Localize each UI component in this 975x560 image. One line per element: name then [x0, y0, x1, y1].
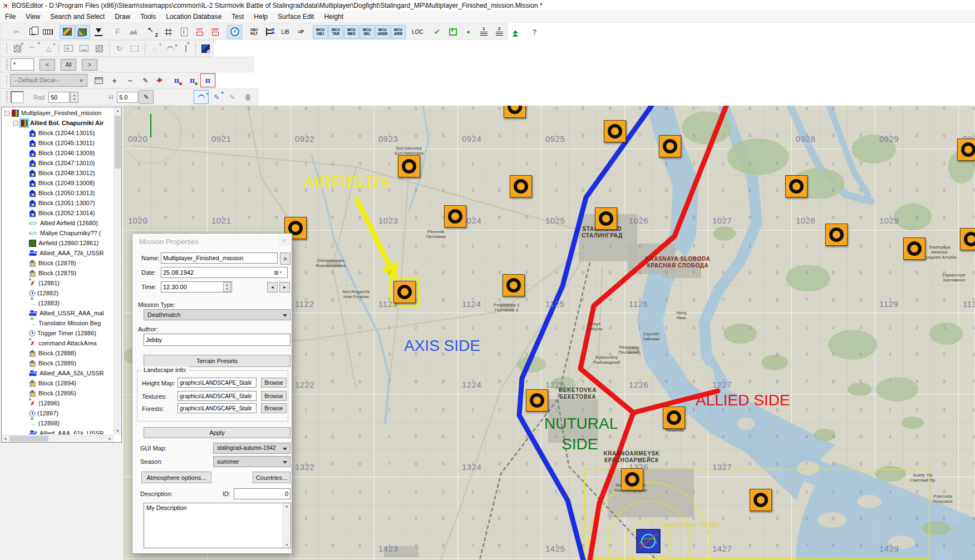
landscape-edit-icon[interactable]	[60, 25, 75, 39]
time-spinner[interactable]: ▲▼	[223, 282, 231, 292]
object-filter-button[interactable]: OBJFiLT	[247, 25, 262, 39]
filter-next-button[interactable]: >	[82, 59, 97, 71]
scroll-up-icon[interactable]: ▲	[114, 107, 121, 115]
mcu-icon[interactable]	[604, 120, 626, 142]
text-layer-icon[interactable]: TXT	[192, 25, 207, 39]
name-input[interactable]	[161, 252, 278, 264]
menu-test[interactable]: Test	[226, 12, 249, 22]
validate-icon[interactable]: ✔	[430, 25, 445, 39]
tree-item[interactable]: ✗command AttackArea	[2, 338, 113, 348]
mcu-icon[interactable]	[825, 224, 848, 246]
forests-browse-button[interactable]: Browse	[261, 403, 287, 413]
move-node-icon[interactable]	[178, 42, 193, 56]
rad-input[interactable]	[48, 92, 70, 103]
description-textarea[interactable]: My Description	[144, 503, 291, 548]
tree-item[interactable]: Block (12889)	[2, 358, 113, 368]
scroll-right-icon[interactable]: ►	[106, 435, 114, 443]
transform-icon[interactable]	[127, 42, 142, 56]
mcu-icon[interactable]	[398, 155, 420, 177]
pen-icon[interactable]: ✎	[225, 90, 240, 104]
layer-1-icon[interactable]: 1	[476, 25, 491, 39]
image-curve-icon[interactable]	[76, 42, 91, 56]
scroll-left-icon[interactable]: ◄	[2, 435, 9, 443]
mcu-icon[interactable]	[903, 237, 925, 260]
tree-item[interactable]: -Allied Bol. Chapurniki Air	[2, 118, 113, 128]
tree-item[interactable]: Allied_AAA_52k_USSR	[2, 368, 113, 378]
decal-apply-icon[interactable]	[154, 73, 169, 87]
decal-remove-icon[interactable]: −	[122, 73, 137, 87]
textures-input[interactable]	[178, 391, 257, 401]
group-layer-icon[interactable]: GRP	[208, 25, 223, 39]
tree-item[interactable]: Block (12048:13012)	[2, 168, 113, 178]
mcu-icon[interactable]	[663, 407, 685, 429]
decal-select[interactable]: --Default Decal--	[10, 74, 87, 87]
tree-item[interactable]: (12882)	[2, 288, 113, 298]
record-icon[interactable]: ●	[461, 25, 476, 39]
tree-vertical-scrollbar[interactable]: ▲ ▼	[114, 107, 121, 435]
textures-browse-button[interactable]: Browse	[261, 391, 287, 401]
tree-item[interactable]: iCOAllied Airfield (12680)	[2, 218, 113, 228]
pen-add-icon[interactable]: ✎	[209, 90, 224, 104]
mcu-obj-button[interactable]: MCUOBJ	[313, 25, 328, 39]
tree-item[interactable]: Block (12878)	[2, 258, 113, 268]
mcu-icon[interactable]	[444, 205, 466, 227]
tree-item[interactable]: Airfield (12860:12861)	[2, 238, 113, 248]
menu-draw[interactable]: Draw	[110, 12, 135, 22]
object-info-icon[interactable]	[176, 25, 191, 39]
height-map-browse-button[interactable]: Browse	[261, 378, 287, 388]
mcu-icon[interactable]	[510, 175, 532, 197]
date-input[interactable]	[161, 267, 288, 278]
add-arc-icon[interactable]	[162, 42, 178, 56]
import-icon[interactable]	[91, 25, 106, 39]
menu-view[interactable]: View	[21, 12, 45, 22]
tree-item[interactable]: Block (12895)	[2, 388, 113, 398]
tree-item[interactable]: ✗(12896)	[2, 398, 113, 408]
mcu-mes-button[interactable]: MCUMES	[344, 25, 359, 39]
select-order-icon[interactable]	[145, 25, 160, 39]
tree-item[interactable]: →(12898)	[2, 418, 113, 428]
tree-item[interactable]: iCOMaliye Chapurniky?? (	[2, 228, 113, 238]
grid-icon[interactable]	[161, 25, 176, 39]
font-icon[interactable]: F	[110, 25, 125, 39]
tree-item[interactable]: Allied_AAA_72k_USSR	[2, 248, 113, 258]
terrain-presets-button[interactable]: Terrain Presets	[144, 355, 290, 367]
decal-preview-icon[interactable]	[91, 73, 106, 87]
mcu-icon[interactable]	[750, 489, 772, 511]
filter-all-button[interactable]: All	[61, 59, 76, 71]
menu-search-and-select[interactable]: Search and Select	[45, 12, 110, 22]
forests-input[interactable]	[178, 403, 257, 413]
menu-tools[interactable]: Tools	[135, 12, 161, 22]
rotate-icon[interactable]: ↻	[112, 42, 127, 56]
mission-type-select[interactable]: Deathmatch	[144, 309, 290, 320]
decal-recalc-icon[interactable]: π	[169, 73, 184, 87]
mission-time-icon[interactable]	[227, 25, 242, 39]
tree-height-icon[interactable]	[508, 25, 523, 39]
menu-file[interactable]: File	[0, 12, 21, 22]
height-input[interactable]	[117, 92, 138, 103]
tree-horizontal-scrollbar[interactable]: ◄ ►	[2, 435, 114, 442]
close-icon[interactable]: ×	[279, 236, 290, 246]
checkerboard-icon[interactable]	[92, 42, 107, 56]
time-prev-button[interactable]: ◄	[267, 282, 278, 293]
draw-arc-icon[interactable]	[194, 90, 209, 104]
mcu-icon[interactable]	[960, 228, 975, 250]
group-list-icon[interactable]: ≡P	[293, 25, 308, 39]
measure-icon[interactable]	[40, 25, 55, 39]
scroll-down-icon[interactable]: ▼	[114, 428, 121, 435]
tree-vscroll-thumb[interactable]	[115, 116, 121, 169]
tree-item[interactable]: Block (12044:13015)	[2, 128, 113, 138]
menu-help[interactable]: Help	[249, 12, 273, 22]
menu-location-database[interactable]: Location Database	[161, 12, 226, 22]
filter-prev-button[interactable]: <	[40, 59, 55, 71]
check-message-icon[interactable]	[445, 25, 460, 39]
filter-pattern-input[interactable]	[11, 58, 34, 71]
mcu-icon[interactable]	[504, 106, 526, 118]
copy-icon[interactable]	[24, 25, 40, 39]
mcu-icon[interactable]	[659, 135, 681, 157]
tree-item[interactable]: Block (12888)	[2, 348, 113, 358]
atmosphere-options-button[interactable]: Atmosphere options...	[141, 472, 211, 483]
countries-button[interactable]: Countries...	[253, 472, 290, 483]
tree-item[interactable]: Block (12894)	[2, 378, 113, 388]
mcu-icon[interactable]	[393, 281, 416, 303]
decal-pick-icon[interactable]: ✎	[138, 73, 153, 87]
